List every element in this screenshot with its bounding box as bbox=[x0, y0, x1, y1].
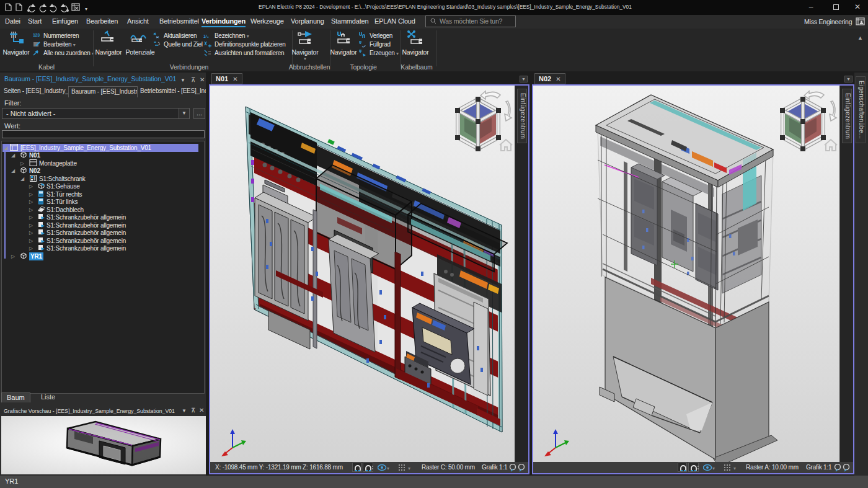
svg-text:1²₃: 1²₃ bbox=[203, 34, 209, 38]
svg-text:▾: ▾ bbox=[387, 466, 389, 471]
svg-text:▾: ▾ bbox=[733, 466, 736, 471]
svg-text:▾: ▾ bbox=[408, 466, 410, 471]
svg-text:123: 123 bbox=[33, 33, 40, 37]
svg-text:▾: ▾ bbox=[712, 466, 715, 471]
